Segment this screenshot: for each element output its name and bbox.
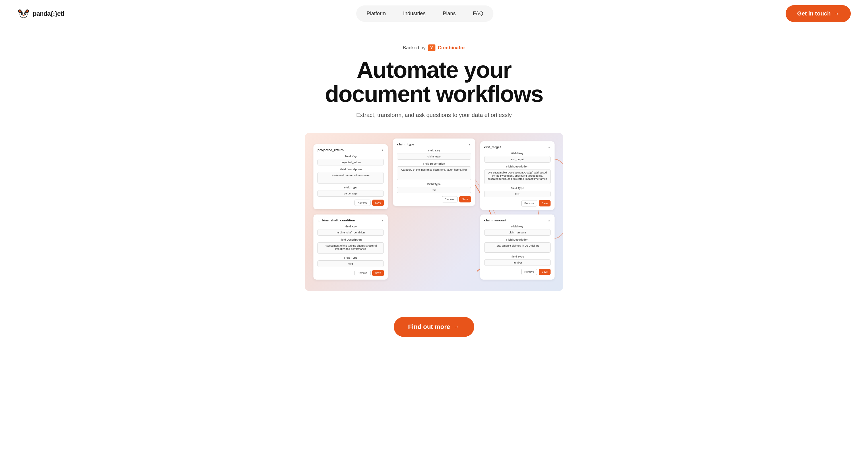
card5-chevron: ▲ (548, 219, 551, 222)
empty-slot (393, 214, 475, 279)
card1-chevron: ▲ (381, 148, 384, 152)
card5-save-button[interactable]: Save (539, 269, 551, 275)
backed-badge: Backed by Y Combinator (403, 44, 465, 51)
card4-ft-value: text (317, 260, 384, 267)
card5-fd-value: Total amount claimed in USD dollars (484, 242, 551, 252)
hero-section: Backed by Y Combinator Automate your doc… (0, 27, 868, 303)
find-out-section: Find out more → (0, 303, 868, 354)
hero-subtitle: Extract, transform, and ask questions to… (348, 112, 520, 119)
cards-row1: projected_return ▲ Field Key projected_r… (313, 144, 555, 210)
card2-remove-button[interactable]: Remove (442, 196, 458, 202)
card3-chevron: ▲ (548, 146, 551, 149)
nav-industries[interactable]: Industries (395, 8, 433, 20)
card1-save-button[interactable]: Save (372, 200, 384, 206)
svg-point-8 (22, 12, 23, 13)
card5-fd-label: Field Description (484, 238, 551, 241)
card4-ft-label: Field Type (317, 256, 384, 259)
card5-fk-label: Field Key (484, 225, 551, 228)
card4-fd-label: Field Description (317, 238, 384, 241)
card-claim-type: claim_type ▲ Field Key claim_type Field … (393, 138, 475, 206)
svg-point-10 (23, 14, 24, 16)
nav-links: Platform Industries Plans FAQ (356, 5, 493, 22)
card1-remove-button[interactable]: Remove (354, 200, 371, 206)
card4-chevron: ▲ (381, 219, 384, 222)
card-projected-return: projected_return ▲ Field Key projected_r… (313, 144, 388, 209)
logo-text: panda{:}etl (33, 10, 64, 18)
card3-fk-label: Field Key (484, 152, 551, 155)
nav-plans[interactable]: Plans (435, 8, 464, 20)
yc-badge: Y (428, 44, 436, 51)
card-turbine-shaft: turbine_shaft_condition ▲ Field Key turb… (313, 214, 388, 279)
card2-chevron: ▲ (468, 143, 471, 146)
nav-platform[interactable]: Platform (359, 8, 394, 20)
logo-icon (17, 7, 30, 20)
card1-ft-label: Field Type (317, 186, 384, 189)
navbar: panda{:}etl Platform Industries Plans FA… (0, 0, 868, 27)
card4-fk-value: turbine_shaft_condition (317, 229, 384, 236)
card5-remove-button[interactable]: Remove (521, 269, 537, 275)
card3-fd-value: UN Sustainable Development Goal(s) addre… (484, 169, 551, 184)
card5-ft-label: Field Type (484, 255, 551, 258)
card3-save-button[interactable]: Save (539, 200, 551, 206)
get-in-touch-button[interactable]: Get in touch → (786, 5, 851, 22)
card2-fk-value: claim_type (397, 153, 471, 160)
svg-point-4 (19, 10, 21, 12)
hero-title: Automate your document workflows (305, 58, 563, 106)
card1-fd-label: Field Description (317, 168, 384, 171)
card4-fd-value: Assessment of the turbine shaft's struct… (317, 242, 384, 254)
card5-title: claim_amount (484, 218, 506, 222)
card-claim-amount: claim_amount ▲ Field Key claim_amount Fi… (480, 214, 555, 279)
card2-ft-label: Field Type (397, 182, 471, 186)
cta-arrow: → (834, 10, 839, 17)
yc-name: Combinator (438, 45, 465, 51)
backed-label: Backed by (403, 45, 425, 51)
find-out-more-button[interactable]: Find out more → (394, 317, 474, 337)
card2-fd-value: Category of the insurance claim (e.g., a… (397, 166, 471, 180)
nav-faq[interactable]: FAQ (465, 8, 491, 20)
card2-ft-value: text (397, 187, 471, 193)
cta-label: Get in touch (797, 10, 831, 17)
card3-fk-value: exit_target (484, 156, 551, 163)
card3-fd-label: Field Description (484, 165, 551, 168)
card2-fk-label: Field Key (397, 149, 471, 152)
card1-fd-value: Estimated return on investment (317, 172, 384, 183)
card2-title: claim_type (397, 142, 414, 146)
card1-fk-label: Field Key (317, 155, 384, 158)
card3-ft-value: text (484, 191, 551, 197)
card4-remove-button[interactable]: Remove (354, 270, 371, 276)
card3-title: exit_target (484, 145, 501, 149)
card4-save-button[interactable]: Save (372, 270, 384, 276)
card3-remove-button[interactable]: Remove (521, 200, 537, 206)
svg-point-9 (25, 12, 26, 13)
card2-fd-label: Field Description (397, 162, 471, 165)
card5-ft-value: number (484, 259, 551, 266)
card3-ft-label: Field Type (484, 187, 551, 190)
card4-fk-label: Field Key (317, 225, 384, 228)
svg-point-5 (26, 10, 28, 12)
dashboard-illustration: projected_return ▲ Field Key projected_r… (305, 133, 563, 291)
find-out-label: Find out more (408, 323, 451, 331)
card1-title: projected_return (317, 148, 344, 152)
card-exit-target: exit_target ▲ Field Key exit_target Fiel… (480, 141, 555, 210)
card5-fk-value: claim_amount (484, 229, 551, 236)
logo[interactable]: panda{:}etl (17, 7, 64, 20)
card4-title: turbine_shaft_condition (317, 218, 355, 222)
card1-fk-value: projected_return (317, 159, 384, 165)
cards-row2: turbine_shaft_condition ▲ Field Key turb… (313, 214, 555, 279)
find-out-arrow: → (454, 323, 460, 331)
card2-save-button[interactable]: Save (459, 196, 471, 202)
card1-ft-value: percentage (317, 190, 384, 197)
